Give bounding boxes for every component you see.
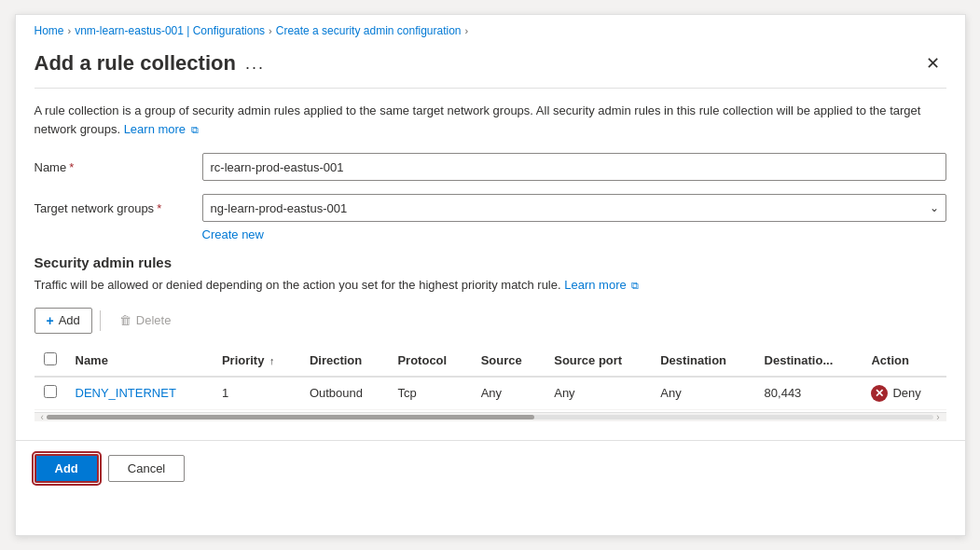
sort-icon: ↑ — [269, 355, 275, 366]
add-rule-button[interactable]: + Add — [35, 308, 92, 334]
footer-cancel-button[interactable]: Cancel — [108, 455, 185, 482]
delete-icon: 🗑 — [119, 313, 131, 327]
panel-header: Add a rule collection ... ✕ — [16, 43, 965, 88]
select-all-checkbox[interactable] — [44, 352, 57, 365]
table-header: Name Priority ↑ Direction Protocol Sourc… — [35, 345, 946, 377]
external-link-icon: ⧉ — [191, 124, 199, 135]
rules-toolbar: + Add 🗑 Delete — [35, 308, 946, 334]
header-protocol: Protocol — [388, 345, 471, 377]
close-button[interactable]: ✕ — [920, 50, 946, 76]
row-checkbox[interactable] — [44, 385, 57, 398]
panel-body: A rule collection is a group of security… — [16, 88, 965, 436]
name-field-row: Name * — [35, 153, 946, 181]
target-network-groups-select[interactable]: ng-learn-prod-eastus-001 — [202, 194, 946, 222]
breadcrumb-config[interactable]: vnm-learn-eastus-001 | Configurations — [75, 24, 265, 37]
name-input[interactable] — [202, 153, 946, 181]
scroll-right-arrow[interactable]: › — [933, 412, 942, 422]
header-action: Action — [862, 345, 945, 377]
name-required-star: * — [69, 160, 74, 174]
row-priority-cell: 1 — [213, 377, 300, 410]
footer-add-button[interactable]: Add — [35, 454, 99, 483]
panel-title: Add a rule collection — [35, 51, 236, 76]
target-required-star: * — [157, 201, 161, 215]
row-source-port-cell: Any — [545, 377, 651, 410]
breadcrumb-sep3: › — [465, 25, 469, 36]
table-body: DENY_INTERNET 1 Outbound Tcp Any Any Any… — [35, 377, 946, 410]
target-select-wrapper: ng-learn-prod-eastus-001 ⌄ — [202, 194, 946, 222]
row-destination-cell: Any — [651, 377, 754, 410]
row-protocol-cell: Tcp — [388, 377, 471, 410]
header-destination-port: Destinatio... — [755, 345, 863, 377]
deny-icon: ✕ — [871, 385, 888, 402]
row-checkbox-cell — [35, 377, 66, 410]
header-destination: Destination — [651, 345, 754, 377]
header-checkbox-col — [35, 345, 66, 377]
security-admin-rules-title: Security admin rules — [35, 254, 946, 270]
breadcrumb-sep2: › — [269, 25, 272, 36]
breadcrumb-current[interactable]: Create a security admin configuration — [276, 24, 462, 37]
header-direction: Direction — [300, 345, 389, 377]
row-name-cell: DENY_INTERNET — [66, 377, 213, 410]
row-direction-cell: Outbound — [300, 377, 389, 410]
add-label: Add — [59, 313, 80, 327]
target-label: Target network groups * — [35, 201, 202, 215]
table-row: DENY_INTERNET 1 Outbound Tcp Any Any Any… — [35, 377, 946, 410]
row-name-link[interactable]: DENY_INTERNET — [76, 386, 176, 400]
breadcrumb-sep1: › — [68, 25, 72, 36]
delete-label: Delete — [136, 313, 172, 327]
scrollbar-thumb[interactable] — [47, 415, 534, 419]
header-source-port: Source port — [545, 345, 651, 377]
add-rule-collection-panel: Home › vnm-learn-eastus-001 | Configurat… — [15, 14, 966, 536]
row-source-cell: Any — [472, 377, 545, 410]
security-learn-more-link[interactable]: Learn more ⧉ — [564, 278, 639, 292]
scroll-left-arrow[interactable]: ‹ — [38, 412, 47, 422]
name-label: Name * — [35, 160, 202, 174]
deny-badge: ✕ Deny — [871, 385, 936, 402]
header-name: Name — [66, 345, 213, 377]
description-learn-more-link[interactable]: Learn more ⧉ — [124, 122, 199, 136]
description-text: A rule collection is a group of security… — [35, 102, 946, 138]
security-admin-rules-desc: Traffic will be allowed or denied depend… — [35, 276, 946, 295]
security-external-link-icon: ⧉ — [631, 280, 639, 291]
horizontal-scrollbar[interactable]: ‹ › — [35, 412, 946, 421]
header-priority: Priority ↑ — [213, 345, 300, 377]
scrollbar-track[interactable] — [47, 415, 933, 419]
row-action-cell: ✕ Deny — [862, 377, 945, 410]
breadcrumb: Home › vnm-learn-eastus-001 | Configurat… — [16, 15, 965, 43]
action-label: Deny — [892, 386, 920, 400]
plus-icon: + — [47, 313, 54, 328]
row-destination-port-cell: 80,443 — [755, 377, 863, 410]
breadcrumb-home[interactable]: Home — [35, 24, 64, 37]
panel-footer: Add Cancel — [16, 440, 965, 496]
target-network-groups-row: Target network groups * ng-learn-prod-ea… — [35, 194, 946, 222]
delete-rule-button[interactable]: 🗑 Delete — [108, 309, 183, 332]
rules-table-wrapper: Name Priority ↑ Direction Protocol Sourc… — [35, 345, 946, 410]
toolbar-separator — [100, 310, 101, 331]
rules-table: Name Priority ↑ Direction Protocol Sourc… — [35, 345, 946, 410]
create-new-link[interactable]: Create new — [202, 227, 946, 241]
panel-options[interactable]: ... — [245, 54, 265, 74]
header-source: Source — [472, 345, 545, 377]
